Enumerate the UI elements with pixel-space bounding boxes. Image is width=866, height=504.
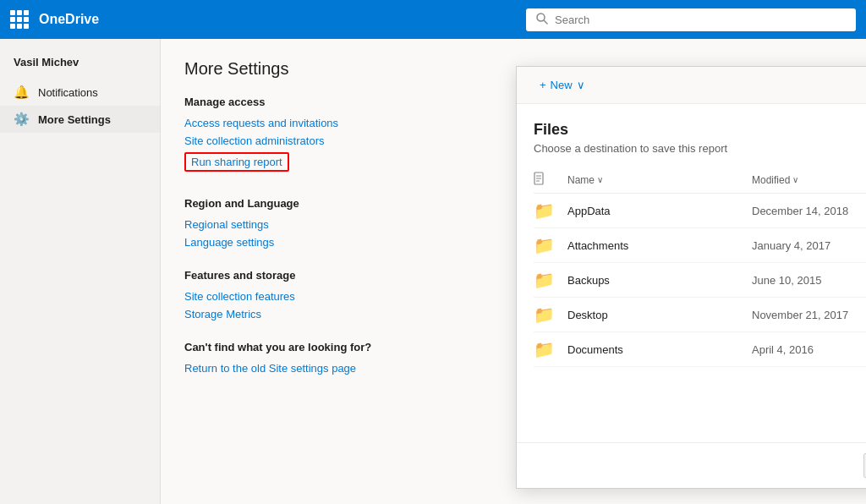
- file-table-header: Name ∨ Modified ∨ Modified By ∨: [534, 167, 866, 194]
- file-name: Documents: [567, 343, 752, 356]
- content-area: More Settings Manage access Access reque…: [161, 39, 866, 504]
- file-modified: November 21, 2017: [752, 309, 866, 321]
- name-sort-icon: ∨: [597, 175, 603, 184]
- new-label: New: [551, 79, 573, 91]
- dialog-toolbar: + New ∨ ≡ ∨: [517, 67, 866, 104]
- search-input[interactable]: [555, 14, 846, 26]
- file-table: Name ∨ Modified ∨ Modified By ∨: [517, 167, 866, 442]
- sidebar-item-label: Notifications: [38, 86, 98, 99]
- file-modified: January 4, 2017: [752, 239, 866, 252]
- table-row[interactable]: 📁 Documents April 4, 2016 Vasil Michev: [534, 332, 866, 367]
- dialog-body: Files Choose a destination to save this …: [517, 104, 866, 442]
- sidebar-item-label: More Settings: [38, 113, 111, 126]
- app-grid-icon[interactable]: [10, 10, 29, 29]
- table-row[interactable]: 📁 AppData December 14, 2018 Vasil Michev: [534, 194, 866, 228]
- folder-icon: 📁: [534, 235, 567, 255]
- col-modified-label: Modified: [752, 174, 790, 186]
- file-name: AppData: [567, 205, 752, 217]
- file-type-icon: [534, 172, 545, 188]
- dialog-footer: Save Cancel: [517, 442, 866, 488]
- col-modified-header[interactable]: Modified ∨: [752, 172, 866, 188]
- new-button[interactable]: + New ∨: [530, 74, 595, 96]
- folder-icon: 📁: [534, 339, 567, 359]
- file-name: Backups: [567, 274, 752, 287]
- folder-icon: 📁: [534, 270, 567, 290]
- sidebar-item-more-settings[interactable]: ⚙️ More Settings: [0, 106, 160, 133]
- file-name: Desktop: [567, 309, 752, 321]
- col-name-label: Name: [567, 174, 595, 186]
- folder-icon: 📁: [534, 200, 567, 221]
- dialog-header: Files Choose a destination to save this …: [517, 104, 866, 167]
- main-layout: Vasil Michev 🔔 Notifications ⚙️ More Set…: [0, 39, 866, 504]
- file-name: Attachments: [567, 239, 752, 252]
- file-modified: April 4, 2016: [752, 343, 866, 356]
- sidebar: Vasil Michev 🔔 Notifications ⚙️ More Set…: [0, 39, 161, 504]
- svg-line-1: [544, 20, 547, 24]
- file-modified: December 14, 2018: [752, 205, 866, 217]
- modified-sort-icon: ∨: [792, 175, 798, 184]
- search-bar[interactable]: [526, 8, 856, 31]
- table-row[interactable]: 📁 Desktop November 21, 2017 Vasil Michev: [534, 298, 866, 332]
- chevron-down-icon: ∨: [577, 79, 585, 91]
- app-title: OneDrive: [39, 12, 99, 27]
- link-run-sharing-report[interactable]: Run sharing report: [184, 152, 289, 172]
- sidebar-username: Vasil Michev: [0, 52, 160, 79]
- notifications-icon: 🔔: [14, 85, 30, 100]
- folder-icon: 📁: [534, 304, 567, 325]
- dialog-subheading: Choose a destination to save this report: [534, 142, 866, 155]
- search-icon: [536, 13, 548, 27]
- topbar: OneDrive: [0, 0, 866, 39]
- table-row[interactable]: 📁 Backups June 10, 2015 Vasil Michev: [534, 263, 866, 298]
- file-picker-dialog: + New ∨ ≡ ∨ Files Choose a destination t…: [516, 66, 866, 489]
- col-name-header[interactable]: Name ∨: [567, 172, 752, 188]
- file-modified: June 10, 2015: [752, 274, 866, 287]
- col-icon: [534, 172, 567, 188]
- settings-icon: ⚙️: [14, 112, 30, 127]
- sidebar-item-notifications[interactable]: 🔔 Notifications: [0, 79, 160, 106]
- plus-icon: +: [540, 79, 546, 91]
- table-row[interactable]: 📁 Attachments January 4, 2017 Vasil Mich…: [534, 228, 866, 263]
- dialog-heading: Files: [534, 121, 866, 139]
